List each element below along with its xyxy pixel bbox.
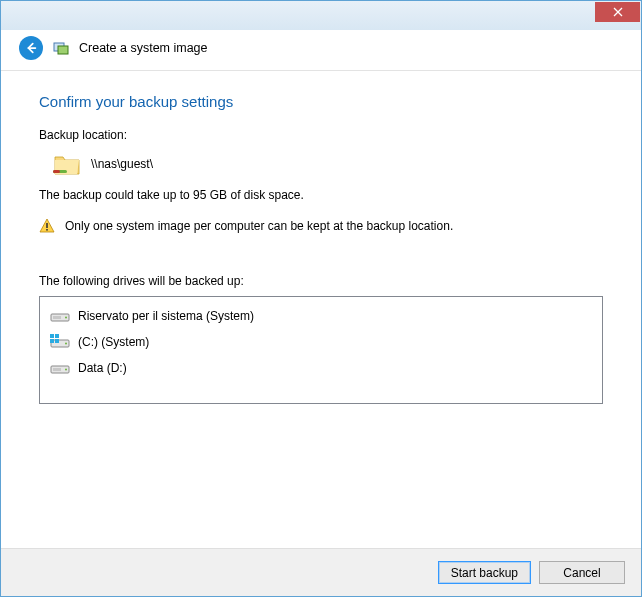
arrow-left-icon	[24, 41, 38, 55]
warning-row: Only one system image per computer can b…	[39, 218, 603, 234]
backup-location-path: \\nas\guest\	[91, 157, 153, 171]
system-image-icon	[53, 40, 69, 56]
svg-rect-6	[53, 170, 60, 173]
wizard-header: Create a system image	[1, 30, 641, 71]
warning-text: Only one system image per computer can b…	[65, 219, 453, 233]
windows-drive-icon	[50, 334, 70, 350]
drives-label: The following drives will be backed up:	[39, 274, 603, 288]
network-folder-icon	[53, 152, 81, 176]
hdd-icon	[50, 308, 70, 324]
wizard-window: Create a system image Confirm your backu…	[0, 0, 642, 597]
drive-label: Data (D:)	[78, 361, 127, 375]
back-button[interactable]	[19, 36, 43, 60]
svg-point-13	[65, 343, 67, 345]
svg-point-19	[65, 369, 67, 371]
svg-rect-4	[58, 46, 68, 54]
svg-rect-20	[53, 368, 61, 371]
backup-location-row: \\nas\guest\	[39, 146, 603, 182]
hdd-icon	[50, 360, 70, 376]
svg-rect-8	[46, 229, 48, 231]
page-heading: Confirm your backup settings	[39, 93, 603, 110]
cancel-button[interactable]: Cancel	[539, 561, 625, 584]
svg-rect-15	[55, 334, 59, 338]
drive-row: (C:) (System)	[48, 329, 594, 355]
size-note: The backup could take up to 95 GB of dis…	[39, 188, 603, 202]
svg-rect-7	[46, 223, 48, 228]
content-area: Confirm your backup settings Backup loca…	[1, 71, 641, 548]
svg-rect-16	[50, 339, 54, 343]
svg-rect-14	[50, 334, 54, 338]
footer: Start backup Cancel	[1, 548, 641, 596]
drive-row: Data (D:)	[48, 355, 594, 381]
backup-location-label: Backup location:	[39, 128, 603, 142]
drive-label: Riservato per il sistema (System)	[78, 309, 254, 323]
drive-row: Riservato per il sistema (System)	[48, 303, 594, 329]
svg-rect-11	[53, 316, 61, 319]
svg-point-10	[65, 317, 67, 319]
warning-icon	[39, 218, 55, 234]
drives-list: Riservato per il sistema (System) (C:) (…	[39, 296, 603, 404]
svg-rect-17	[55, 339, 59, 343]
drive-label: (C:) (System)	[78, 335, 149, 349]
start-backup-button[interactable]: Start backup	[438, 561, 531, 584]
titlebar	[1, 1, 641, 30]
close-button[interactable]	[595, 2, 640, 22]
close-icon	[613, 7, 623, 17]
wizard-title: Create a system image	[79, 41, 208, 55]
